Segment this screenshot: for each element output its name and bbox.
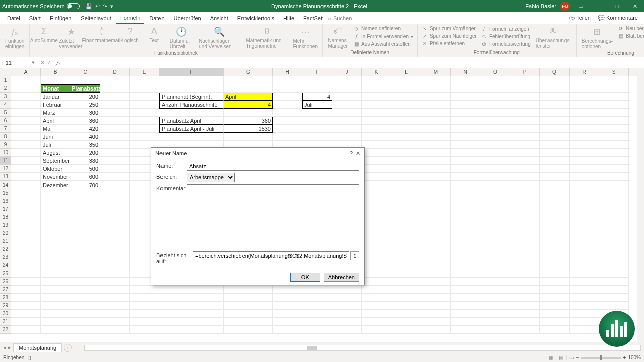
cell[interactable] [599, 294, 629, 302]
cell[interactable] [480, 189, 510, 197]
cell[interactable] [540, 205, 570, 213]
cell[interactable] [570, 93, 599, 101]
cell[interactable] [302, 76, 332, 84]
tab-einfuegen[interactable]: Einfügen [46, 13, 75, 23]
cell[interactable] [362, 141, 391, 149]
row-header[interactable]: 24 [0, 261, 11, 269]
cell[interactable] [224, 310, 273, 318]
cell[interactable] [540, 318, 570, 326]
cell[interactable] [362, 109, 391, 117]
cell[interactable] [100, 310, 130, 318]
cell[interactable] [540, 237, 570, 245]
cell[interactable] [421, 141, 451, 149]
evaluate-formula-button[interactable]: ⊚Formelauswertung [480, 41, 532, 47]
cell[interactable] [599, 173, 629, 181]
cell[interactable] [100, 157, 130, 165]
cell[interactable] [421, 117, 451, 125]
cell[interactable] [570, 294, 599, 302]
cell[interactable] [332, 326, 362, 334]
cell[interactable] [421, 278, 451, 286]
cell[interactable] [362, 84, 391, 93]
cell[interactable] [570, 229, 599, 237]
cell[interactable] [570, 197, 599, 205]
col-header[interactable]: H [273, 68, 302, 76]
row-header[interactable]: 16 [0, 197, 11, 205]
cancel-formula-icon[interactable]: ✕ [40, 59, 45, 66]
cell[interactable] [421, 173, 451, 181]
cell[interactable] [391, 189, 421, 197]
cell[interactable] [510, 302, 540, 310]
cell[interactable] [421, 84, 451, 93]
text-button[interactable]: AText [143, 25, 166, 44]
add-sheet-button[interactable]: + [64, 344, 72, 352]
cell[interactable] [100, 261, 130, 269]
cell[interactable] [302, 318, 332, 326]
cell[interactable] [302, 302, 332, 310]
cell[interactable] [510, 286, 540, 294]
row-header[interactable]: 5 [0, 109, 11, 117]
cell[interactable] [362, 237, 391, 245]
cell[interactable] [421, 213, 451, 221]
cell[interactable] [130, 302, 159, 310]
ok-button[interactable]: OK [290, 273, 320, 282]
cell[interactable] [302, 109, 332, 117]
cell[interactable] [451, 165, 480, 173]
cell[interactable] [451, 101, 480, 109]
name-manager-button[interactable]: 🏷Namens-Manager [326, 25, 350, 50]
cell[interactable]: 400 [70, 133, 100, 141]
cell[interactable] [391, 245, 421, 253]
cell[interactable] [480, 93, 510, 101]
row-header[interactable]: 17 [0, 205, 11, 213]
cell[interactable] [70, 205, 100, 213]
cell[interactable] [540, 229, 570, 237]
cell[interactable] [451, 133, 480, 141]
cell[interactable] [540, 221, 570, 229]
cell[interactable] [451, 197, 480, 205]
cell[interactable] [273, 133, 302, 141]
cell[interactable] [273, 101, 302, 109]
horizontal-scrollbar[interactable] [84, 345, 641, 351]
cell[interactable] [100, 197, 130, 205]
cell[interactable] [273, 286, 302, 294]
cell[interactable] [599, 302, 629, 310]
cell[interactable] [41, 189, 70, 197]
cell[interactable] [70, 278, 100, 286]
cell[interactable] [540, 213, 570, 221]
cell[interactable] [510, 213, 540, 221]
minimize-icon[interactable]: ― [592, 3, 606, 9]
financial-button[interactable]: ₿Finanzmathematik [88, 25, 117, 44]
cell[interactable] [11, 237, 41, 245]
row-header[interactable]: 29 [0, 302, 11, 310]
cell[interactable] [480, 197, 510, 205]
tab-datei[interactable]: Datei [3, 13, 24, 23]
cell[interactable] [599, 189, 629, 197]
cell[interactable]: 360 [70, 117, 100, 125]
cell[interactable] [391, 294, 421, 302]
zoom-out-icon[interactable]: − [576, 355, 579, 360]
cell[interactable] [421, 294, 451, 302]
cell[interactable] [421, 310, 451, 318]
cell[interactable]: April [224, 93, 273, 101]
cell[interactable]: September [41, 157, 70, 165]
cell[interactable] [302, 310, 332, 318]
cell[interactable] [70, 237, 100, 245]
cell[interactable] [11, 181, 41, 189]
cell[interactable] [570, 269, 599, 278]
cell[interactable] [100, 237, 130, 245]
cell[interactable] [273, 294, 302, 302]
cell[interactable] [391, 109, 421, 117]
cell[interactable] [70, 318, 100, 326]
cell[interactable] [100, 213, 130, 221]
calc-options-button[interactable]: ⊞Berechnungs-optionen [580, 25, 615, 50]
cell[interactable] [302, 133, 332, 141]
cell[interactable]: 600 [70, 173, 100, 181]
cell[interactable] [159, 76, 224, 84]
cell[interactable] [510, 84, 540, 93]
col-header[interactable]: M [421, 68, 451, 76]
cell[interactable] [11, 221, 41, 229]
cell[interactable] [480, 229, 510, 237]
cell[interactable] [273, 318, 302, 326]
cell[interactable] [100, 302, 130, 310]
cell[interactable] [480, 133, 510, 141]
datetime-button[interactable]: 🕐Datum u. Uhrzeit [168, 25, 195, 50]
